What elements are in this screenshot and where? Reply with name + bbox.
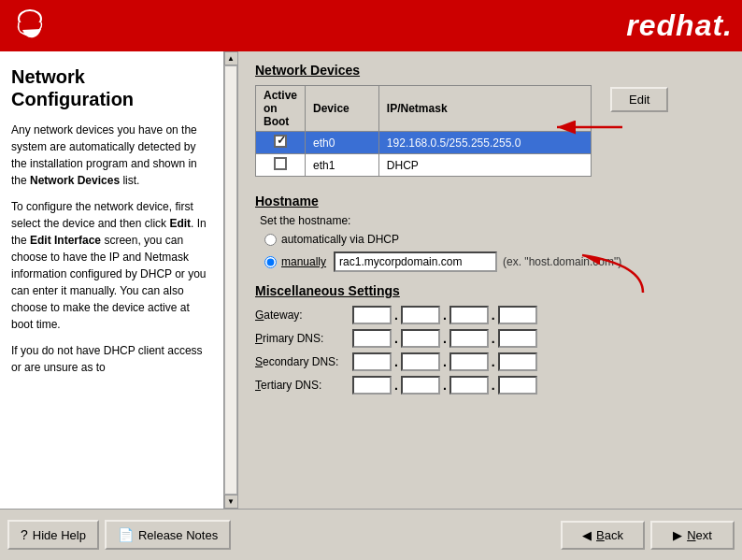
primary-dns-field-4[interactable]: [498, 329, 537, 348]
hostname-section: Hostname Set the hostname: automatically…: [255, 194, 725, 272]
tertiary-dns-label: Tertiary DNS:: [255, 379, 349, 392]
table-row[interactable]: eth0 192.168.0.5/255.255.255.0: [256, 132, 592, 154]
next-icon: ▶: [673, 528, 682, 542]
bottom-right-buttons: ◀ Back ▶ Next: [561, 521, 735, 550]
gateway-label: Gateway:: [255, 309, 349, 322]
manual-radio[interactable]: [264, 256, 277, 268]
redhat-logo: [9, 4, 51, 49]
row-1-ip: DHCP: [378, 154, 591, 177]
tertiary-dns-field-3[interactable]: [449, 376, 489, 395]
scroll-track: [224, 65, 237, 495]
tertiary-dns-inputs: . . .: [352, 376, 725, 395]
primary-dns-label: Primary DNS:: [255, 332, 349, 345]
secondary-dns-field-1[interactable]: [352, 352, 392, 371]
row-1-device: eth1: [306, 154, 379, 177]
primary-dns-field-3[interactable]: [449, 329, 489, 348]
sidebar-title: NetworkConfiguration: [11, 65, 212, 110]
hostname-input[interactable]: [334, 251, 497, 272]
gateway-field-2[interactable]: [401, 306, 440, 324]
table-row[interactable]: eth1 DHCP: [256, 154, 592, 177]
secondary-dns-inputs: . . .: [352, 352, 725, 371]
gateway-inputs: . . .: [352, 306, 725, 324]
header: redhat.: [0, 0, 742, 51]
auto-dhcp-row: automatically via DHCP: [264, 233, 725, 246]
tertiary-dns-field-1[interactable]: [352, 376, 392, 395]
primary-dns-field-1[interactable]: [352, 329, 392, 348]
scroll-down-btn[interactable]: ▼: [224, 495, 238, 509]
back-icon: ◀: [582, 528, 592, 542]
dns-grid: Gateway: . . . Primary DNS: .: [255, 306, 725, 395]
release-notes-label: Release Notes: [138, 528, 218, 542]
sidebar-scrollbar[interactable]: ▲ ▼: [223, 51, 237, 509]
hostname-title: Hostname: [255, 194, 725, 208]
hide-help-button[interactable]: ? Hide Help: [7, 520, 99, 550]
auto-dhcp-label: automatically via DHCP: [281, 233, 399, 246]
col-device: Device: [306, 86, 379, 132]
tertiary-dns-field-2[interactable]: [401, 376, 440, 395]
back-label: Back: [596, 528, 623, 542]
tertiary-dns-field-4[interactable]: [498, 376, 537, 395]
bottom-left-buttons: ? Hide Help 📄 Release Notes: [7, 520, 231, 550]
checkbox-unchecked-icon: [274, 157, 287, 170]
row-0-device: eth0: [306, 132, 379, 154]
secondary-dns-label: Secondary DNS:: [255, 355, 349, 368]
hide-help-icon: ?: [21, 527, 28, 542]
secondary-dns-field-3[interactable]: [449, 352, 489, 371]
checkbox-checked-icon: [274, 135, 287, 148]
network-devices-title: Network Devices: [255, 63, 725, 78]
row-0-checkbox[interactable]: [256, 132, 306, 154]
brand-name: redhat.: [626, 8, 733, 43]
gateway-field-1[interactable]: [352, 306, 392, 324]
sidebar-para-2: To configure the network device, first s…: [11, 198, 212, 333]
sidebar: NetworkConfiguration Any network devices…: [0, 51, 238, 509]
next-label: Next: [687, 528, 712, 542]
hostname-arrow: [573, 246, 657, 300]
release-notes-icon: 📄: [118, 527, 134, 542]
bottom-bar: ? Hide Help 📄 Release Notes ◀ Back ▶ Nex…: [0, 509, 742, 560]
back-button[interactable]: ◀ Back: [561, 521, 645, 550]
secondary-dns-field-2[interactable]: [401, 352, 440, 371]
content-area: Network Devices Active on Boot Device IP…: [238, 51, 742, 509]
scroll-up-btn[interactable]: ▲: [224, 51, 238, 65]
row-1-checkbox[interactable]: [256, 154, 306, 177]
sidebar-para-1: Any network devices you have on the syst…: [11, 122, 212, 189]
secondary-dns-field-4[interactable]: [498, 352, 537, 371]
manual-label: manually: [281, 255, 326, 268]
release-notes-button[interactable]: 📄 Release Notes: [105, 520, 231, 550]
hide-help-label: Hide Help: [33, 528, 86, 542]
sidebar-para-3: If you do not have DHCP client access or…: [11, 342, 212, 376]
edit-button[interactable]: Edit: [610, 87, 668, 112]
manual-text: manually: [281, 255, 326, 268]
gateway-field-3[interactable]: [449, 306, 489, 324]
col-active-boot: Active on Boot: [256, 86, 306, 132]
gateway-field-4[interactable]: [498, 306, 537, 324]
next-button[interactable]: ▶ Next: [650, 521, 735, 550]
network-devices-table: Active on Boot Device IP/Netmask eth0: [255, 85, 592, 177]
auto-dhcp-text: automatically via DHCP: [281, 233, 399, 246]
auto-dhcp-radio[interactable]: [264, 234, 277, 246]
primary-dns-field-2[interactable]: [401, 329, 440, 348]
set-hostname-label: Set the hostname:: [260, 214, 725, 227]
dhcp-arrow: [552, 113, 627, 144]
primary-dns-inputs: . . .: [352, 329, 725, 348]
